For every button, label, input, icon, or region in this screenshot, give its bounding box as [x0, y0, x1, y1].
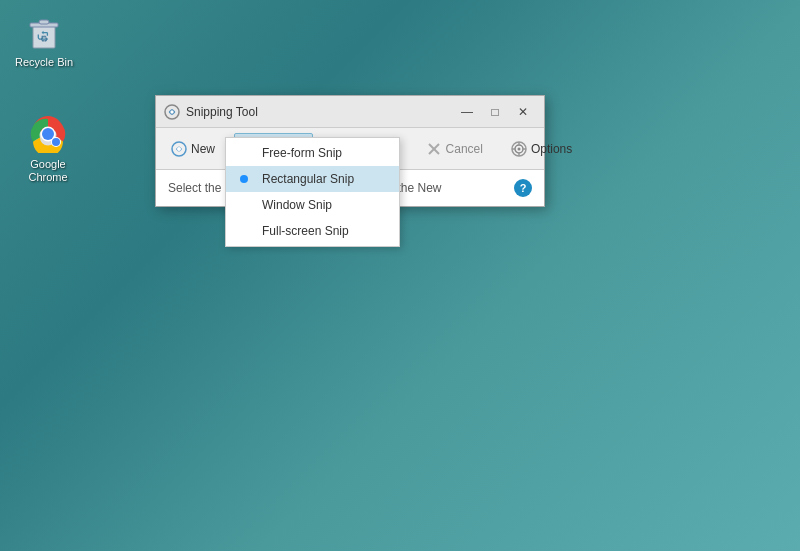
cancel-label: Cancel [446, 142, 483, 156]
google-chrome-label: Google Chrome [12, 158, 84, 184]
menu-item-full-screen-label: Full-screen Snip [262, 224, 349, 238]
google-chrome-image [28, 114, 68, 154]
menu-item-free-form-label: Free-form Snip [262, 146, 342, 160]
title-bar: Snipping Tool — □ ✕ [156, 96, 544, 128]
window-title: Snipping Tool [186, 105, 258, 119]
mode-dropdown-menu: Free-form Snip Rectangular Snip Window S… [225, 137, 400, 247]
menu-item-rectangular-label: Rectangular Snip [262, 172, 354, 186]
recycle-bin-label: Recycle Bin [15, 56, 73, 69]
title-bar-controls: — □ ✕ [454, 102, 536, 122]
svg-rect-2 [39, 20, 49, 24]
close-button[interactable]: ✕ [510, 102, 536, 122]
new-icon [171, 141, 187, 157]
svg-point-10 [170, 110, 174, 114]
menu-item-window[interactable]: Window Snip [226, 192, 399, 218]
new-label: New [191, 142, 215, 156]
recycle-bin-icon[interactable]: ♻ Recycle Bin [4, 8, 84, 73]
menu-item-full-screen[interactable]: Full-screen Snip [226, 218, 399, 244]
maximize-button[interactable]: □ [482, 102, 508, 122]
cancel-icon [426, 141, 442, 157]
options-label: Options [531, 142, 572, 156]
title-bar-left: Snipping Tool [164, 104, 258, 120]
options-icon [511, 141, 527, 157]
svg-point-12 [177, 147, 181, 151]
svg-point-6 [42, 128, 54, 140]
options-button[interactable]: Options [502, 133, 581, 165]
menu-item-free-form[interactable]: Free-form Snip [226, 140, 399, 166]
menu-item-window-label: Window Snip [262, 198, 332, 212]
menu-item-rectangular[interactable]: Rectangular Snip [226, 166, 399, 192]
svg-point-8 [52, 138, 60, 146]
cancel-button[interactable]: Cancel [417, 133, 492, 165]
help-button[interactable]: ? [514, 179, 532, 197]
svg-text:♻: ♻ [40, 34, 48, 44]
menu-selected-indicator [240, 175, 248, 183]
minimize-button[interactable]: — [454, 102, 480, 122]
recycle-bin-image: ♻ [24, 12, 64, 52]
snipping-tool-title-icon [164, 104, 180, 120]
new-button[interactable]: New [162, 133, 224, 165]
google-chrome-icon[interactable]: Google Chrome [8, 110, 88, 188]
svg-point-22 [517, 147, 520, 150]
